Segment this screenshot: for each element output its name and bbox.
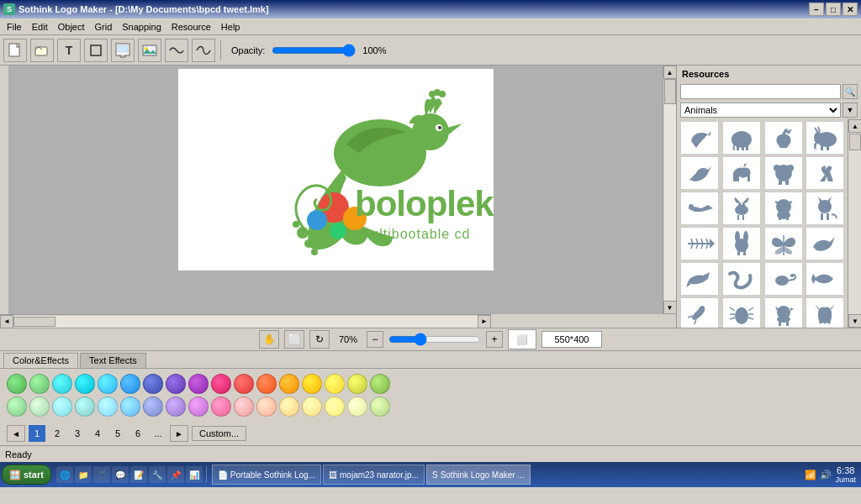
ql-btn8[interactable]: 📊: [186, 466, 203, 483]
animal-tiger[interactable]: [764, 192, 803, 225]
color-dot-row2-14[interactable]: [325, 396, 345, 417]
animal-beetle[interactable]: [722, 297, 761, 328]
taskbar-img-button[interactable]: 🖼 mojam23 narator.jp...: [323, 465, 425, 485]
color-dot-row2-3[interactable]: [75, 396, 95, 417]
page-3-button[interactable]: 3: [69, 425, 86, 442]
animal-scorpion[interactable]: [764, 262, 803, 296]
ql-btn5[interactable]: 📝: [130, 466, 147, 483]
color-dot-row1-9[interactable]: [211, 374, 231, 394]
scroll-down-button[interactable]: ▼: [663, 301, 677, 314]
color-dot-row2-1[interactable]: [29, 396, 50, 417]
canvas-size-display[interactable]: 550*400: [541, 331, 602, 348]
color-dot-row2-2[interactable]: [52, 396, 72, 417]
color-dot-row1-0[interactable]: [7, 374, 27, 394]
color-dot-row2-9[interactable]: [211, 396, 231, 417]
tab-color-effects[interactable]: Color&Effects: [3, 353, 78, 368]
color-dot-row2-13[interactable]: [302, 396, 322, 417]
animal-dolphin[interactable]: [680, 262, 719, 296]
color-dot-row1-13[interactable]: [302, 374, 322, 394]
resources-scroll-thumb[interactable]: [849, 134, 861, 150]
tab-text-effects[interactable]: Text Effects: [80, 353, 146, 368]
page-6-button[interactable]: 6: [129, 425, 146, 442]
menu-item-object[interactable]: Object: [53, 20, 90, 34]
animal-dog[interactable]: [764, 297, 803, 328]
hand-tool-button[interactable]: ✋: [259, 330, 279, 349]
menu-item-resource[interactable]: Resource: [166, 20, 216, 34]
color-dot-row2-16[interactable]: [370, 396, 390, 417]
page-prev-button[interactable]: ◄: [7, 425, 25, 442]
animal-butterfly[interactable]: [764, 227, 803, 260]
animal-horse[interactable]: [722, 156, 761, 190]
animal-cat[interactable]: [806, 192, 844, 225]
start-button[interactable]: 🪟 start: [2, 465, 51, 485]
zoom-in-button[interactable]: +: [486, 331, 503, 348]
animal-snake[interactable]: [722, 262, 761, 296]
close-button[interactable]: ✕: [843, 3, 858, 16]
color-dot-row2-5[interactable]: [120, 396, 140, 417]
color-dot-row2-15[interactable]: [347, 396, 367, 417]
opacity-slider[interactable]: [272, 44, 356, 57]
page-5-button[interactable]: 5: [109, 425, 126, 442]
toolbar-text-button[interactable]: T: [57, 39, 81, 62]
color-dot-row2-6[interactable]: [143, 396, 163, 417]
animal-rabbit[interactable]: [722, 227, 761, 260]
animal-bear[interactable]: [764, 156, 803, 190]
maximize-button[interactable]: □: [826, 3, 841, 16]
animal-gazelle[interactable]: [806, 156, 844, 190]
animal-bird1[interactable]: [680, 121, 719, 155]
animal-lizard[interactable]: [680, 192, 719, 225]
taskbar-sothink1-button[interactable]: 📄 Portable Sothink Log...: [212, 465, 321, 485]
menu-item-file[interactable]: File: [2, 20, 27, 34]
ql-ie-button[interactable]: 🌐: [56, 466, 73, 483]
scroll-up-button[interactable]: ▲: [663, 66, 677, 79]
menu-item-grid[interactable]: Grid: [90, 20, 118, 34]
color-picker-button[interactable]: ⬜: [508, 329, 536, 349]
color-dot-row2-4[interactable]: [98, 396, 118, 417]
page-next-button[interactable]: ►: [170, 425, 188, 442]
search-button[interactable]: 🔍: [843, 84, 858, 99]
toolbar-wave2-button[interactable]: [192, 39, 215, 62]
color-dot-row2-11[interactable]: [256, 396, 277, 417]
color-dot-row1-15[interactable]: [347, 374, 367, 394]
page-2-button[interactable]: 2: [49, 425, 66, 442]
toolbar-img-button[interactable]: [138, 39, 161, 62]
logo-canvas[interactable]: boloplek multibootable cd: [178, 69, 494, 270]
color-dot-row1-2[interactable]: [52, 374, 72, 394]
fit-button[interactable]: ⬜: [284, 330, 304, 349]
color-dot-row1-1[interactable]: [29, 374, 50, 394]
animal-wolf[interactable]: [806, 297, 844, 328]
category-expand-button[interactable]: ▼: [843, 102, 858, 118]
ql-folder-button[interactable]: 📁: [75, 466, 92, 483]
animal-elephant[interactable]: [722, 121, 761, 155]
ql-btn4[interactable]: 💬: [112, 466, 129, 483]
custom-button[interactable]: Custom...: [192, 426, 246, 441]
ql-media-button[interactable]: 🎵: [93, 466, 110, 483]
category-dropdown[interactable]: Animals: [680, 102, 841, 118]
hscroll-left-button[interactable]: ◄: [0, 315, 13, 328]
color-dot-row1-11[interactable]: [256, 374, 277, 394]
hscroll-right-button[interactable]: ►: [478, 315, 491, 328]
toolbar-wave-button[interactable]: [165, 39, 188, 62]
ql-btn6[interactable]: 🔧: [149, 466, 166, 483]
color-dot-row2-7[interactable]: [166, 396, 186, 417]
toolbar-export-button[interactable]: [111, 39, 135, 62]
animal-fish[interactable]: [806, 262, 844, 296]
toolbar-rect-button[interactable]: [84, 39, 108, 62]
zoom-slider[interactable]: [388, 333, 481, 346]
resources-search-input[interactable]: [680, 84, 841, 99]
animal-bird2[interactable]: [680, 156, 719, 190]
menu-item-help[interactable]: Help: [216, 20, 246, 34]
color-dot-row2-8[interactable]: [188, 396, 209, 417]
menu-item-edit[interactable]: Edit: [27, 20, 53, 34]
color-dot-row2-12[interactable]: [279, 396, 299, 417]
color-dot-row1-8[interactable]: [188, 374, 209, 394]
resources-vscroll[interactable]: ▲ ▼: [848, 119, 861, 328]
animal-deer[interactable]: [722, 192, 761, 225]
page-1-button[interactable]: 1: [29, 425, 45, 442]
animal-fishbone[interactable]: [680, 227, 719, 260]
resources-scroll-down[interactable]: ▼: [848, 314, 861, 328]
color-dot-row1-12[interactable]: [279, 374, 299, 394]
animal-mammoth[interactable]: [806, 121, 844, 155]
color-dot-row1-7[interactable]: [166, 374, 186, 394]
taskbar-sothink2-button[interactable]: S Sothink Logo Maker ...: [426, 465, 531, 485]
